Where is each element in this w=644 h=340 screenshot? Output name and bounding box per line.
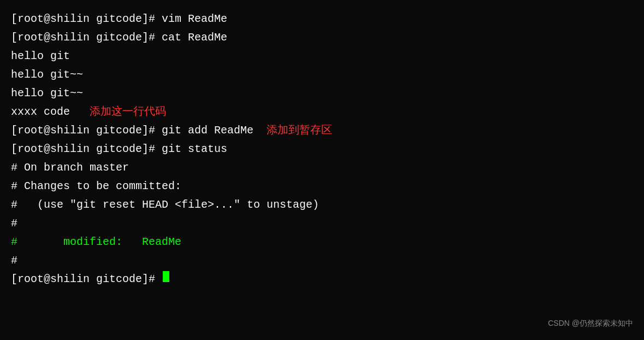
terminal-line: # (11, 251, 633, 270)
terminal-line: hello git~~ (11, 84, 633, 103)
watermark: CSDN @仍然探索未知中 (548, 317, 633, 330)
terminal-line: # (11, 214, 633, 233)
terminal-line: xxxx code 添加这一行代码 (11, 103, 633, 121)
terminal-line: [root@shilin gitcode]# git add ReadMe 添加… (11, 121, 633, 140)
terminal-text: [root@shilin gitcode]# git add ReadMe (11, 121, 267, 140)
terminal-prompt: [root@shilin gitcode]# (11, 270, 162, 289)
terminal-window: [root@shilin gitcode]# vim ReadMe [root@… (0, 0, 644, 340)
terminal-text: [root@shilin gitcode]# vim ReadMe (11, 10, 227, 28)
terminal-text: hello git~~ (11, 66, 83, 84)
terminal-text: hello git~~ (11, 84, 83, 103)
terminal-line: [root@shilin gitcode]# vim ReadMe (11, 10, 633, 28)
terminal-line: [root@shilin gitcode]# cat ReadMe (11, 28, 633, 47)
terminal-prompt-line: [root@shilin gitcode]# (11, 270, 633, 289)
terminal-text: xxxx code (11, 103, 90, 121)
terminal-text: hello git (11, 47, 70, 66)
terminal-line: hello git~~ (11, 66, 633, 84)
terminal-line: # modified: ReadMe (11, 233, 633, 251)
annotation-text: 添加这一行代码 (90, 103, 166, 121)
terminal-text: [root@shilin gitcode]# cat ReadMe (11, 28, 227, 47)
terminal-text: # (use "git reset HEAD <file>..." to uns… (11, 196, 319, 214)
terminal-line: # (use "git reset HEAD <file>..." to uns… (11, 196, 633, 214)
terminal-text: # (11, 214, 17, 233)
terminal-line: hello git (11, 47, 633, 66)
terminal-text: [root@shilin gitcode]# git status (11, 140, 227, 159)
terminal-text: # (11, 251, 17, 270)
terminal-line: # Changes to be committed: (11, 177, 633, 196)
terminal-text: # Changes to be committed: (11, 177, 181, 196)
terminal-line: [root@shilin gitcode]# git status (11, 140, 633, 159)
annotation-text: 添加到暂存区 (267, 121, 332, 140)
watermark-text: CSDN @仍然探索未知中 (548, 319, 633, 327)
terminal-text: # On branch master (11, 159, 129, 177)
terminal-cursor (163, 271, 169, 282)
terminal-line: # On branch master (11, 159, 633, 177)
terminal-text-green: # modified: ReadMe (11, 233, 181, 251)
